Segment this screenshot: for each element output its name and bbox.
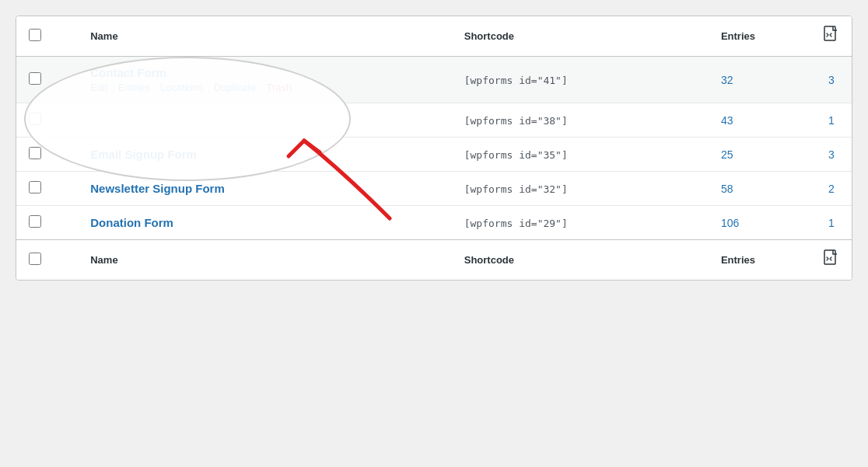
entries-count: 106 <box>721 217 739 229</box>
locations-link[interactable]: Locations <box>160 82 204 93</box>
name-cell: Contact Form Edit | Entries | Locations … <box>78 57 451 103</box>
shortcode-cell: [wpforms id="29"] <box>452 206 709 240</box>
shortcode-cell: [wpforms id="32"] <box>452 172 709 206</box>
entries-cell: 43 <box>709 103 811 138</box>
entries-link[interactable]: Entries <box>118 82 149 93</box>
checkbox-cell <box>16 57 78 103</box>
trash-link[interactable]: Trash <box>267 82 292 93</box>
icon-count-cell: 2 <box>811 172 852 206</box>
shortcode-value: [wpforms id="38"] <box>464 115 568 127</box>
entries-cell: 25 <box>709 138 811 172</box>
entries-cell: 32 <box>709 57 811 103</box>
duplicate-link[interactable]: Duplicate <box>214 82 256 93</box>
footer-checkbox-cell <box>16 240 78 281</box>
entries-count: 43 <box>721 114 733 127</box>
row-checkbox[interactable] <box>29 147 41 159</box>
entries-cell: 58 <box>709 172 811 206</box>
form-name-link[interactable]: Donation Form <box>90 216 439 229</box>
shortcode-value: [wpforms id="29"] <box>464 218 568 229</box>
table-header-row: Name Shortcode Entries <box>16 16 852 57</box>
checkbox-cell <box>16 103 78 138</box>
icon-count: 1 <box>828 114 835 127</box>
name-cell: Email Signup Form <box>78 138 451 172</box>
shortcode-value: [wpforms id="41"] <box>464 75 568 86</box>
icon-count: 3 <box>828 148 835 161</box>
shortcode-cell: [wpforms id="38"] <box>452 103 709 138</box>
table-row: Contact Form Edit | Entries | Locations … <box>16 57 852 103</box>
separator: | <box>208 82 210 93</box>
shortcode-value: [wpforms id="32"] <box>464 183 568 195</box>
separator: | <box>260 82 262 93</box>
name-cell <box>78 103 451 138</box>
svg-rect-0 <box>824 26 835 40</box>
table-row: Donation Form [wpforms id="29"] 106 1 <box>16 206 852 240</box>
footer-code-file-icon <box>824 259 839 270</box>
edit-link[interactable]: Edit <box>90 82 107 93</box>
entries-count: 25 <box>721 148 733 161</box>
icon-count-cell: 1 <box>811 206 852 240</box>
footer-shortcode: Shortcode <box>452 240 709 281</box>
header-shortcode: Shortcode <box>452 16 709 57</box>
row-checkbox[interactable] <box>29 181 41 193</box>
checkbox-cell <box>16 138 78 172</box>
code-file-icon <box>824 35 839 47</box>
table-row: Email Signup Form [wpforms id="35"] 25 3 <box>16 138 852 172</box>
separator: | <box>154 82 156 93</box>
icon-count: 2 <box>828 183 835 195</box>
checkbox-cell <box>16 206 78 240</box>
row-actions: Edit | Entries | Locations | Duplicate |… <box>90 82 439 93</box>
shortcode-value: [wpforms id="35"] <box>464 149 568 161</box>
icon-count: 3 <box>828 74 835 86</box>
forms-table-wrapper: Name Shortcode Entries <box>16 16 852 280</box>
entries-cell: 106 <box>709 206 811 240</box>
name-cell: Newsletter Signup Form <box>78 172 451 206</box>
entries-count: 58 <box>721 183 733 195</box>
row-checkbox[interactable] <box>29 113 41 125</box>
separator: | <box>112 82 114 93</box>
header-entries: Entries <box>709 16 811 57</box>
table-row: [wpforms id="38"] 43 1 <box>16 103 852 138</box>
forms-table: Name Shortcode Entries <box>16 16 852 280</box>
row-checkbox[interactable] <box>29 215 41 228</box>
select-all-checkbox[interactable] <box>29 29 41 41</box>
row-checkbox[interactable] <box>29 72 41 85</box>
icon-count-cell: 3 <box>811 57 852 103</box>
svg-rect-1 <box>824 250 835 264</box>
header-name: Name <box>78 16 451 57</box>
icon-count: 1 <box>828 217 835 229</box>
header-checkbox-cell <box>16 16 78 57</box>
entries-count: 32 <box>721 74 733 86</box>
footer-icon <box>811 240 852 281</box>
table-footer-row: Name Shortcode Entries <box>16 240 852 281</box>
table-row: Newsletter Signup Form [wpforms id="32"]… <box>16 172 852 206</box>
shortcode-cell: [wpforms id="41"] <box>452 57 709 103</box>
shortcode-cell: [wpforms id="35"] <box>452 138 709 172</box>
footer-entries: Entries <box>709 240 811 281</box>
form-name-link[interactable]: Newsletter Signup Form <box>90 182 439 195</box>
icon-count-cell: 3 <box>811 138 852 172</box>
form-name-link[interactable]: Contact Form <box>90 66 439 79</box>
form-name-link[interactable]: Email Signup Form <box>90 148 439 161</box>
footer-select-all-checkbox[interactable] <box>29 253 41 265</box>
icon-count-cell: 1 <box>811 103 852 138</box>
footer-name: Name <box>78 240 451 281</box>
name-cell: Donation Form <box>78 206 451 240</box>
checkbox-cell <box>16 172 78 206</box>
header-icon <box>811 16 852 57</box>
